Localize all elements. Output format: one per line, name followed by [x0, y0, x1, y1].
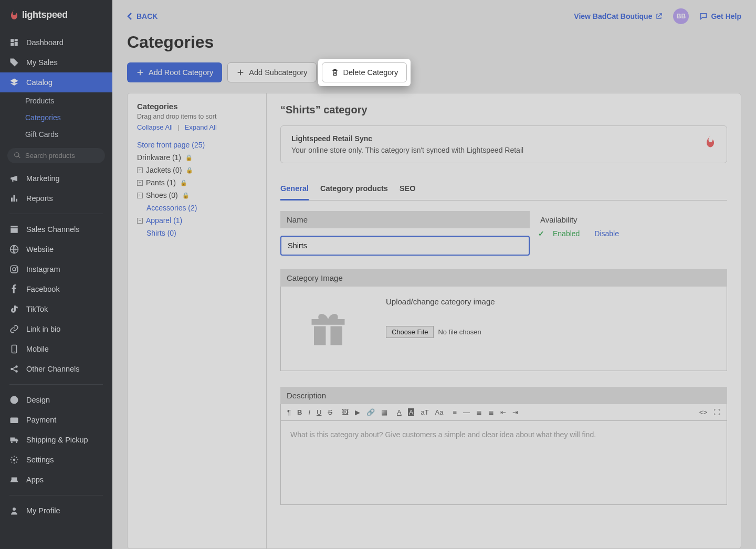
svg-point-3: [16, 267, 17, 268]
svg-point-14: [13, 508, 16, 511]
sub-item-giftcards[interactable]: Gift Cards: [25, 126, 112, 143]
svg-rect-15: [314, 326, 326, 345]
table-icon[interactable]: ▦: [381, 408, 387, 416]
enabled-status: ✓ Enabled: [538, 229, 586, 238]
sidebar-item-marketing[interactable]: Marketing: [0, 168, 112, 188]
lock-icon: 🔒: [186, 167, 193, 174]
sidebar-item-catalog[interactable]: Catalog: [0, 72, 112, 92]
sidebar-item-mobile[interactable]: Mobile: [0, 339, 112, 359]
user-avatar[interactable]: BB: [673, 8, 689, 24]
sidebar-item-channels[interactable]: Sales Channels: [0, 219, 112, 239]
get-help-link[interactable]: Get Help: [699, 12, 741, 20]
sidebar-item-reports[interactable]: Reports: [0, 188, 112, 208]
tree-item-accessories[interactable]: Accessories (2): [137, 202, 257, 214]
search-input[interactable]: [7, 148, 105, 163]
expand-icon[interactable]: +: [137, 167, 143, 173]
hr-icon[interactable]: —: [463, 408, 470, 416]
chat-icon: [699, 12, 708, 20]
sidebar-label: TikTok: [26, 305, 48, 313]
image-icon[interactable]: 🖼: [342, 408, 349, 416]
tree-item-drinkware[interactable]: Drinkware (1)🔒: [137, 151, 257, 164]
svg-rect-10: [10, 418, 18, 424]
disable-link[interactable]: Disable: [594, 229, 619, 238]
collapse-icon[interactable]: −: [137, 218, 143, 224]
tag-icon: [9, 58, 19, 67]
tiktok-icon: [9, 304, 19, 314]
underline-icon[interactable]: U: [317, 408, 321, 416]
lock-icon: 🔒: [182, 192, 190, 199]
sidebar-item-dashboard[interactable]: Dashboard: [0, 33, 112, 52]
tree-item-shirts[interactable]: Shirts (0): [137, 227, 257, 239]
align-icon[interactable]: ≡: [453, 408, 457, 416]
indent-icon[interactable]: ⇥: [512, 408, 518, 416]
paragraph-icon[interactable]: ¶: [287, 408, 291, 416]
page-title: Categories: [127, 33, 741, 52]
fontsize-icon[interactable]: aT: [421, 408, 428, 416]
sidebar-item-instagram[interactable]: Instagram: [0, 259, 112, 279]
expand-icon[interactable]: +: [137, 180, 143, 186]
description-editor[interactable]: What is this category about? Give custom…: [280, 421, 727, 505]
file-status: No file chosen: [438, 328, 481, 336]
link-icon[interactable]: 🔗: [366, 408, 375, 416]
sidebar-label: Reports: [26, 194, 53, 203]
sidebar-item-payment[interactable]: Payment: [0, 410, 112, 430]
tab-seo[interactable]: SEO: [400, 179, 416, 200]
add-root-category-button[interactable]: Add Root Category: [127, 62, 222, 82]
help-label: Get Help: [711, 12, 741, 20]
sub-item-categories[interactable]: Categories: [25, 109, 112, 126]
check-icon: ✓: [538, 229, 544, 238]
sidebar-item-shipping[interactable]: Shipping & Pickup: [0, 430, 112, 450]
sidebar-item-facebook[interactable]: Facebook: [0, 279, 112, 299]
tree-item-storefront[interactable]: Store front page (25): [137, 139, 257, 151]
video-icon[interactable]: ▶: [355, 408, 360, 416]
ul-icon[interactable]: ≣: [476, 408, 482, 416]
detail-tabs: General Category products SEO: [280, 179, 727, 200]
truck-icon: [9, 435, 19, 445]
tree-item-apparel[interactable]: −Apparel (1): [137, 214, 257, 227]
tree-item-shoes[interactable]: +Shoes (0)🔒: [137, 189, 257, 202]
sidebar-label: My Sales: [26, 58, 58, 67]
catalog-subnav: Products Categories Gift Cards: [0, 92, 112, 143]
sidebar-label: Catalog: [26, 78, 52, 87]
outdent-icon[interactable]: ⇤: [500, 408, 506, 416]
bold-icon[interactable]: B: [297, 408, 302, 416]
sidebar-label: Website: [26, 245, 54, 254]
italic-icon[interactable]: I: [308, 408, 310, 416]
sidebar-item-tiktok[interactable]: TikTok: [0, 299, 112, 319]
expand-all-link[interactable]: Expand All: [185, 123, 217, 131]
sidebar-item-apps[interactable]: Apps: [0, 470, 112, 490]
sidebar-item-settings[interactable]: Settings: [0, 450, 112, 470]
choose-file-button[interactable]: Choose File: [386, 326, 434, 338]
strike-icon[interactable]: S: [328, 408, 332, 416]
sub-item-products[interactable]: Products: [25, 92, 112, 109]
add-subcategory-button[interactable]: Add Subcategory: [227, 62, 316, 82]
divider: [9, 214, 103, 214]
sidebar-item-mysales[interactable]: My Sales: [0, 52, 112, 72]
name-section-label: Name: [280, 211, 530, 228]
back-link[interactable]: BACK: [127, 12, 158, 20]
tab-category-products[interactable]: Category products: [320, 179, 388, 200]
collapse-all-link[interactable]: Collapse All: [137, 123, 173, 131]
expand-icon[interactable]: +: [137, 193, 143, 198]
category-name-input[interactable]: [280, 236, 530, 256]
tree-item-jackets[interactable]: +Jackets (0)🔒: [137, 164, 257, 176]
fullscreen-icon[interactable]: ⛶: [713, 408, 720, 416]
tab-general[interactable]: General: [280, 179, 309, 200]
delete-category-button[interactable]: Delete Category: [322, 62, 407, 82]
svg-point-2: [13, 268, 16, 271]
sidebar-item-design[interactable]: Design: [0, 390, 112, 410]
tree-hint: Drag and drop items to sort: [137, 113, 257, 120]
view-store-link[interactable]: View BadCat Boutique: [574, 12, 663, 20]
bgcolor-icon[interactable]: A: [408, 408, 415, 416]
sidebar-item-other[interactable]: Other Channels: [0, 359, 112, 379]
sidebar-item-linkinbio[interactable]: Link in bio: [0, 319, 112, 339]
sidebar-label: Facebook: [26, 285, 60, 293]
fontfamily-icon[interactable]: Aa: [435, 408, 444, 416]
tree-item-pants[interactable]: +Pants (1)🔒: [137, 176, 257, 189]
code-icon[interactable]: <>: [699, 408, 707, 416]
sidebar-item-website[interactable]: Website: [0, 239, 112, 259]
sidebar-label: Settings: [26, 456, 54, 464]
ol-icon[interactable]: ≣: [488, 408, 494, 416]
sidebar-item-profile[interactable]: My Profile: [0, 501, 112, 521]
textcolor-icon[interactable]: A: [397, 408, 402, 416]
